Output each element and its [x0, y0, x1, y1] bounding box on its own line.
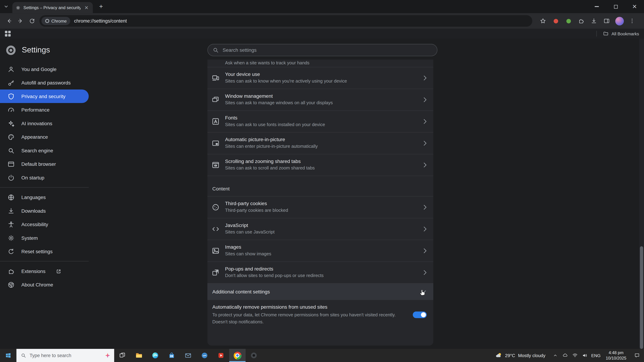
sidebar-item-ai-innovations[interactable]: AI innovations [0, 117, 89, 130]
chevron-right-icon [421, 117, 429, 126]
sidebar-item-languages[interactable]: Languages [0, 190, 89, 204]
window-controls: ✕ [587, 0, 644, 13]
new-tab-button[interactable]: + [95, 1, 107, 12]
weather-icon [495, 352, 502, 359]
store-icon [168, 352, 175, 359]
sidebar-item-system[interactable]: System [0, 231, 89, 245]
auto-remove-toggle[interactable] [413, 311, 427, 318]
start-button[interactable] [0, 349, 16, 362]
row-automatic-pip[interactable]: Automatic picture-in-pictureSites can en… [208, 132, 433, 154]
sidebar-item-appearance[interactable]: Appearance [0, 130, 89, 144]
chevron-right-icon [421, 225, 429, 233]
extension-green-button[interactable] [562, 15, 574, 27]
sidebar-item-search-engine[interactable]: Search engine [0, 144, 89, 157]
sidebar-item-performance[interactable]: Performance [0, 103, 89, 116]
url-text[interactable]: chrome://settings/content [74, 18, 127, 23]
download-icon [7, 207, 15, 214]
tray-network-button[interactable] [570, 349, 580, 362]
tray-cloud-button[interactable] [560, 349, 570, 362]
reload-button[interactable] [26, 15, 38, 27]
sidebar-divider [0, 187, 89, 187]
app-icon-dark [250, 352, 258, 359]
sidebar-item-on-startup[interactable]: On startup [0, 171, 89, 184]
sidebar-item-privacy-and-security[interactable]: Privacy and security [0, 89, 89, 103]
chevron-right-icon [421, 96, 429, 104]
mail-button[interactable] [180, 349, 196, 362]
sidebar-item-autofill[interactable]: Autofill and passwords [0, 76, 89, 89]
action-center-button[interactable] [630, 353, 644, 358]
sidebar-item-default-browser[interactable]: Default browser [0, 157, 89, 171]
gear-favicon-icon [16, 5, 20, 10]
additional-content-settings-row[interactable]: Additional content settings [208, 283, 433, 300]
chrome-logo-icon [234, 352, 241, 359]
sidebar-item-extensions[interactable]: Extensions [0, 264, 89, 278]
wifi-icon [572, 353, 578, 358]
sidebar-item-about-chrome[interactable]: About Chrome [0, 278, 89, 291]
sidebar-label: You and Google [21, 66, 56, 72]
scrollbar[interactable] [639, 39, 644, 349]
task-view-button[interactable] [114, 349, 130, 362]
app-button-blue[interactable] [196, 349, 213, 362]
tab-search-button[interactable] [0, 0, 12, 13]
maximize-button[interactable] [606, 0, 625, 13]
download-icon [590, 18, 597, 24]
weather-widget[interactable]: 29°C Mostly cloudy [490, 352, 550, 359]
row-window-management[interactable]: Window managementSites can ask to manage… [208, 89, 433, 110]
tab-close-icon[interactable]: ✕ [83, 5, 90, 10]
reset-icon [7, 248, 15, 255]
app-icon-blue [201, 352, 208, 359]
palette-icon [7, 133, 15, 141]
chrome-taskbar-button[interactable] [229, 349, 246, 362]
chevron-up-icon [553, 353, 558, 358]
address-bar[interactable]: Chrome chrome://settings/content [40, 15, 532, 27]
clipped-row[interactable]: Ask when a site wants to track your hand… [208, 59, 433, 67]
extensions-button[interactable] [576, 15, 587, 27]
side-panel-button[interactable] [601, 15, 612, 27]
store-button[interactable] [164, 349, 180, 362]
bookmark-star-button[interactable] [537, 15, 549, 27]
sidebar-item-accessibility[interactable]: Accessibility [0, 218, 89, 231]
forward-button[interactable] [15, 15, 26, 27]
apps-grid-icon[interactable] [5, 31, 11, 36]
sidebar-label: Reset settings [21, 249, 52, 254]
shield-icon [7, 92, 15, 100]
edge-button[interactable] [147, 349, 164, 362]
sidebar-label: System [21, 235, 38, 241]
file-explorer-button[interactable] [130, 349, 147, 362]
scrollbar-thumb[interactable] [640, 246, 643, 349]
search-input[interactable] [208, 44, 437, 56]
all-bookmarks-button[interactable]: All Bookmarks [596, 31, 639, 36]
back-button[interactable] [3, 15, 15, 27]
taskbar-clock[interactable]: 4:48 pm 10/10/2025 [602, 350, 630, 361]
row-shared-tabs[interactable]: Scrolling and zooming shared tabsSites c… [208, 154, 433, 176]
sidebar-item-reset-settings[interactable]: Reset settings [0, 245, 89, 258]
row-title: Pop-ups and redirects [225, 266, 418, 272]
notification-icon [634, 353, 640, 358]
downloads-button[interactable] [588, 15, 600, 27]
browser-menu-button[interactable] [626, 15, 638, 27]
taskbar-search[interactable]: Type here to search [16, 349, 114, 362]
external-link-icon [56, 269, 61, 274]
language-indicator[interactable]: ENG [590, 353, 602, 358]
tray-expand-button[interactable] [550, 349, 560, 362]
row-fonts[interactable]: FontsSites can ask to use fonts installe… [208, 110, 433, 132]
app-button-dark[interactable] [246, 349, 262, 362]
row-subtitle: Sites can ask to scroll and zoom shared … [225, 165, 418, 172]
row-your-device-use[interactable]: Your device useSites can ask to know whe… [208, 67, 433, 89]
row-third-party-cookies[interactable]: Third-party cookiesThird-party cookies a… [208, 196, 433, 218]
extension-red-button[interactable] [550, 15, 562, 27]
url-chip[interactable]: Chrome [42, 17, 70, 25]
section-heading-content: Content [208, 176, 433, 196]
minimize-button[interactable] [587, 0, 606, 13]
row-javascript[interactable]: JavaScriptSites can use JavaScript [208, 218, 433, 240]
sidebar-item-downloads[interactable]: Downloads [0, 204, 89, 217]
sidebar-item-you-and-google[interactable]: You and Google [0, 62, 89, 76]
close-button[interactable]: ✕ [625, 0, 644, 13]
profile-button[interactable] [614, 15, 625, 27]
sidebar-label: Extensions [21, 268, 46, 274]
row-popups-redirects[interactable]: Pop-ups and redirectsDon't allow sites t… [208, 261, 433, 283]
app-button-red[interactable] [213, 349, 229, 362]
tab-settings[interactable]: Settings – Privacy and security ✕ [12, 2, 93, 13]
tray-volume-button[interactable] [580, 349, 590, 362]
row-images[interactable]: ImagesSites can show images [208, 240, 433, 261]
